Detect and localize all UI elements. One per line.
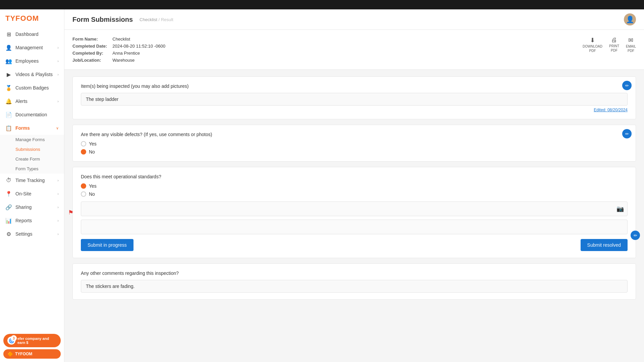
sidebar-item-forms[interactable]: 📋 Forms ∨ — [0, 121, 64, 135]
sidebar: TYFOOM ⊞ Dashboard 👤 Management › 👥 Empl… — [0, 9, 64, 362]
docs-icon: 📄 — [5, 111, 12, 118]
sidebar-item-documentation[interactable]: 📄 Documentation — [0, 108, 64, 121]
sidebar-label-videos: Videos & Playlists — [15, 72, 53, 77]
sidebar-label-settings: Settings — [15, 231, 33, 237]
section-2: ✏ Are there any visible defects? (If yes… — [72, 125, 636, 162]
sidebar-label-documentation: Documentation — [15, 112, 47, 117]
form-name-label: Form Name: — [72, 37, 107, 42]
form-info-grid: Form Name: Checklist Completed Date: 202… — [72, 37, 165, 63]
submenu-create-form[interactable]: Create Form — [0, 154, 64, 164]
submenu-form-types[interactable]: Form Types — [0, 164, 64, 174]
radio-no-label: No — [89, 149, 95, 155]
sidebar-label-custom-badges: Custom Badges — [15, 85, 49, 90]
radio-no-circle — [81, 191, 86, 197]
section-3-question: Does this meet operational standards? — [81, 174, 628, 179]
reports-icon: 📊 — [5, 217, 12, 224]
section-4-question: Any other comments regarding this inspec… — [81, 270, 628, 276]
download-pdf-button[interactable]: ⬇ DOWNLOAD PDF — [583, 37, 602, 53]
sidebar-item-custom-badges[interactable]: 🏅 Custom Badges — [0, 81, 64, 95]
section-3: ⚑ ✏ Does this meet operational standards… — [72, 167, 636, 258]
section-3-option-no[interactable]: No — [81, 191, 628, 197]
breadcrumb-current: Result — [161, 17, 173, 22]
download-icon: ⬇ — [590, 37, 595, 44]
sidebar-label-alerts: Alerts — [15, 99, 28, 104]
job-location-value: Warehouse — [112, 58, 165, 63]
submenu-manage-forms[interactable]: Manage Forms — [0, 135, 64, 144]
sidebar-item-settings[interactable]: ⚙ Settings › — [0, 227, 64, 241]
submit-resolved-button[interactable]: Submit resolved — [581, 239, 628, 251]
edit-section-3-button[interactable]: ✏ — [631, 231, 640, 240]
sharing-icon: 🔗 — [5, 204, 12, 210]
submenu-submissions[interactable]: Submissions — [0, 144, 64, 154]
chevron-right-icon: › — [57, 232, 59, 236]
section-2-option-yes[interactable]: Yes — [81, 141, 628, 146]
content-area: Form Name: Checklist Completed Date: 202… — [64, 30, 644, 362]
sidebar-label-employees: Employees — [15, 58, 39, 64]
sidebar-item-employees[interactable]: 👥 Employees › — [0, 54, 64, 68]
completed-date-value: 2024-08-20 11:52:10 -0600 — [112, 44, 165, 49]
chevron-right-icon: › — [57, 46, 59, 50]
refer-label: efer company and earn $ — [17, 337, 57, 345]
onsite-icon: 📍 — [5, 190, 12, 197]
sidebar-label-sharing: Sharing — [15, 204, 32, 210]
camera-icon: 📷 — [616, 205, 624, 213]
sidebar-item-dashboard[interactable]: ⊞ Dashboard — [0, 27, 64, 41]
sidebar-item-videos[interactable]: ▶ Videos & Playlists › — [0, 68, 64, 81]
job-location-label: Job/Location: — [72, 58, 107, 63]
sidebar-bottom: 🌀 3 efer company and earn $ 🔶 TYFOOM — [0, 330, 64, 362]
completed-by-label: Completed By: — [72, 51, 107, 56]
tyfoom-banner[interactable]: 🔶 TYFOOM — [3, 349, 61, 359]
form-name-value: Checklist — [112, 37, 165, 42]
chevron-right-icon: › — [57, 59, 59, 63]
tyfoom-label: TYFOOM — [15, 352, 32, 356]
sidebar-label-forms: Forms — [15, 125, 30, 131]
email-label: EMAIL — [626, 45, 636, 48]
time-icon: ⏱ — [5, 177, 12, 184]
videos-icon: ▶ — [5, 71, 12, 78]
print-pdf-button[interactable]: 🖨 PRINT PDF — [609, 37, 619, 53]
employees-icon: 👥 — [5, 58, 12, 64]
chevron-right-icon: › — [57, 205, 59, 209]
section-1-edited[interactable]: Edited: 08/20/2024 — [81, 108, 628, 112]
header: Form Submissions Checklist / Result 👤 — [64, 9, 644, 30]
sidebar-item-on-site[interactable]: 📍 On-Site › — [0, 187, 64, 200]
email-label-pdf: PDF — [628, 49, 634, 53]
radio-yes-label: Yes — [89, 183, 97, 189]
user-avatar[interactable]: 👤 — [624, 13, 636, 25]
radio-no-circle — [81, 149, 86, 155]
print-label-pdf: PDF — [611, 49, 618, 52]
edit-section-2-button[interactable]: ✏ — [622, 129, 632, 138]
dashboard-icon: ⊞ — [5, 31, 12, 38]
sidebar-label-dashboard: Dashboard — [15, 32, 39, 37]
comment-box[interactable] — [81, 220, 628, 234]
completed-by-value: Anna Prentice — [112, 51, 165, 56]
breadcrumb-parent[interactable]: Checklist — [140, 17, 157, 22]
radio-no-label: No — [89, 191, 95, 197]
top-bar — [0, 0, 644, 9]
download-label: DOWNLOAD — [583, 45, 602, 48]
section-3-option-yes[interactable]: Yes — [81, 183, 628, 189]
camera-area: 📷 — [81, 201, 628, 216]
sidebar-item-time-tracking[interactable]: ⏱ Time Tracking › — [0, 174, 64, 187]
logo[interactable]: TYFOOM — [0, 9, 64, 27]
chevron-right-icon: › — [57, 178, 59, 182]
sidebar-item-alerts[interactable]: 🔔 Alerts › — [0, 95, 64, 108]
radio-yes-circle — [81, 183, 86, 189]
sidebar-item-sharing[interactable]: 🔗 Sharing › — [0, 200, 64, 214]
refer-badge: 3 — [11, 335, 17, 341]
submit-in-progress-button[interactable]: Submit in progress — [81, 239, 133, 251]
email-pdf-button[interactable]: ✉ EMAIL PDF — [626, 37, 636, 53]
page-title: Form Submissions — [72, 16, 133, 23]
radio-yes-label: Yes — [89, 141, 97, 146]
sidebar-item-management[interactable]: 👤 Management › — [0, 41, 64, 54]
breadcrumb-separator: / — [158, 17, 161, 22]
section-1-question: Item(s) being inspected (you may also ad… — [81, 83, 628, 89]
completed-date-label: Completed Date: — [72, 44, 107, 49]
section-2-options: Yes No — [81, 141, 628, 155]
sidebar-label-reports: Reports — [15, 218, 32, 223]
edit-section-1-button[interactable]: ✏ — [622, 81, 632, 90]
section-2-option-no[interactable]: No — [81, 149, 628, 155]
refer-banner[interactable]: 🌀 3 efer company and earn $ — [3, 334, 61, 347]
sidebar-item-reports[interactable]: 📊 Reports › — [0, 214, 64, 227]
radio-yes-circle — [81, 141, 86, 146]
